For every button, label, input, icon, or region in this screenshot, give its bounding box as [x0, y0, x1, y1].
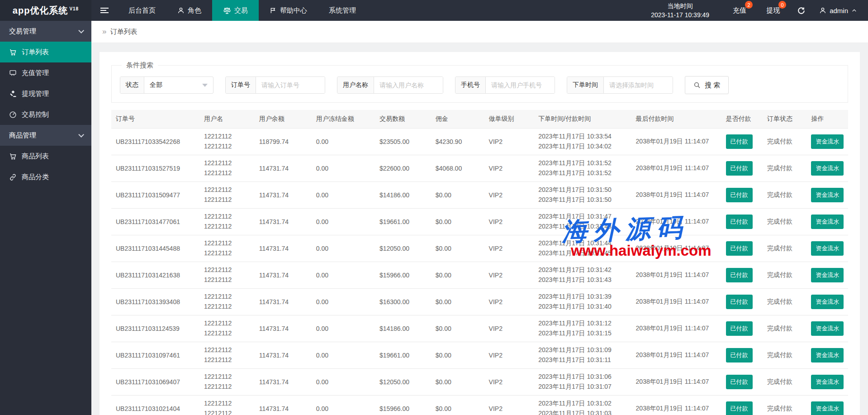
cell-level: VIP2 — [484, 235, 534, 262]
cell-level: VIP2 — [484, 289, 534, 315]
cell-level: VIP2 — [484, 369, 534, 396]
recharge-button[interactable]: 充值 2 — [723, 0, 756, 21]
withdraw-button[interactable]: 提现 0 — [756, 0, 790, 21]
col-username: 用户名 — [199, 110, 255, 129]
status-select[interactable]: 全部 — [144, 77, 213, 93]
fund-flow-button[interactable]: 资金流水 — [811, 188, 844, 202]
local-time-value: 2023-11-17 10:39:49 — [651, 10, 709, 19]
page-title: 订单列表 — [110, 28, 137, 36]
cell-status: 完成付款 — [763, 182, 806, 209]
cell-username: 12212112 12212112 — [199, 209, 255, 235]
cell-actions: 资金流水 — [806, 182, 848, 209]
paid-badge-button[interactable]: 已付款 — [726, 241, 753, 256]
header-right: 当地时间 2023-11-17 10:39:49 充值 2 提现 0 admin — [637, 0, 868, 21]
paid-badge-button[interactable]: 已付款 — [726, 375, 753, 389]
fund-flow-button[interactable]: 资金流水 — [811, 295, 844, 309]
paid-badge-button[interactable]: 已付款 — [726, 188, 753, 202]
gavel-icon — [9, 90, 17, 98]
col-frozen: 用户冻结金额 — [312, 110, 375, 129]
cell-order-time: 2023年11月17日 10:31:47 2023年11月17日 10:31:4… — [534, 209, 631, 235]
cell-order-no: UB2311171031527519 — [111, 155, 199, 182]
nav-help[interactable]: 帮助中心 — [259, 0, 318, 21]
nav-dashboard[interactable]: 后台首页 — [118, 0, 166, 21]
order-time-input[interactable] — [604, 77, 673, 93]
cell-level: VIP2 — [484, 396, 534, 415]
nav-roles[interactable]: 角色 — [166, 0, 212, 21]
cell-commission: $0.00 — [431, 262, 484, 289]
phone-input[interactable] — [486, 77, 555, 93]
table-row: UB2311171031069407 12212112 12212112 114… — [111, 369, 848, 396]
fund-flow-button[interactable]: 资金流水 — [811, 215, 844, 229]
cell-amount: $14186.00 — [375, 315, 431, 342]
col-last-pay-time: 最后付款时间 — [631, 110, 721, 129]
cell-order-no: UB2311171031097461 — [111, 342, 199, 369]
fund-flow-button[interactable]: 资金流水 — [811, 321, 844, 336]
cell-level: VIP2 — [484, 129, 534, 155]
username-input[interactable] — [374, 77, 443, 93]
sidebar-item-withdraw-mgmt[interactable]: 提现管理 — [0, 83, 91, 104]
cell-paid: 已付款 — [721, 396, 763, 415]
search-fieldset: 条件搜索 状态 全部 订单号 — [111, 61, 848, 103]
paid-badge-button[interactable]: 已付款 — [726, 268, 753, 282]
fund-flow-button[interactable]: 资金流水 — [811, 348, 844, 363]
paid-badge-button[interactable]: 已付款 — [726, 295, 753, 309]
table-row: UB2311171031124539 12212112 12212112 114… — [111, 315, 848, 342]
cell-paid: 已付款 — [721, 182, 763, 209]
cell-status: 完成付款 — [763, 289, 806, 315]
chevron-down-icon — [78, 28, 84, 33]
fund-flow-button[interactable]: 资金流水 — [811, 161, 844, 176]
sidebar-section-trade[interactable]: 交易管理 — [0, 21, 91, 42]
col-paid: 是否付款 — [721, 110, 763, 129]
cell-order-no: UB2311171031421638 — [111, 262, 199, 289]
cell-paid: 已付款 — [721, 129, 763, 155]
paid-badge-button[interactable]: 已付款 — [726, 321, 753, 336]
app-logo: app优化系统V18 — [0, 0, 91, 21]
table-row: UB2311171031421638 12212112 12212112 114… — [111, 262, 848, 289]
cell-order-no: UB2311171031445488 — [111, 235, 199, 262]
sidebar-section-product[interactable]: 商品管理 — [0, 125, 91, 146]
fund-flow-button[interactable]: 资金流水 — [811, 375, 844, 389]
cell-order-time: 2023年11月17日 10:31:52 2023年11月17日 10:31:5… — [534, 155, 631, 182]
search-button[interactable]: 搜 索 — [685, 76, 729, 94]
cell-order-no: UB2311171031509477 — [111, 182, 199, 209]
nav-system[interactable]: 系统管理 — [318, 0, 367, 21]
cell-balance: 114731.74 — [255, 396, 312, 415]
refresh-button[interactable] — [790, 0, 813, 21]
fund-flow-button[interactable]: 资金流水 — [811, 268, 844, 282]
paid-badge-button[interactable]: 已付款 — [726, 401, 753, 415]
sidebar-item-product-list[interactable]: 商品列表 — [0, 146, 91, 167]
paid-badge-button[interactable]: 已付款 — [726, 215, 753, 229]
col-status: 订单状态 — [763, 110, 806, 129]
cell-balance: 114731.74 — [255, 342, 312, 369]
paid-badge-button[interactable]: 已付款 — [726, 161, 753, 176]
fund-flow-button[interactable]: 资金流水 — [811, 134, 844, 149]
cell-order-time: 2023年11月17日 10:31:06 2023年11月17日 10:31:0… — [534, 369, 631, 396]
nav-trade[interactable]: 交易 — [212, 0, 259, 21]
fund-flow-button[interactable]: 资金流水 — [811, 401, 844, 415]
cell-frozen: 0.00 — [312, 235, 375, 262]
sidebar-item-trade-control[interactable]: 交易控制 — [0, 104, 91, 125]
cell-frozen: 0.00 — [312, 129, 375, 155]
table-row: UB2311171033542268 12212112 12212112 118… — [111, 129, 848, 155]
cell-level: VIP2 — [484, 155, 534, 182]
user-icon — [819, 7, 826, 14]
order-no-input[interactable] — [256, 77, 325, 93]
cell-last-pay-time: 2038年01月19日 11:14:07 — [631, 315, 721, 342]
fund-flow-button[interactable]: 资金流水 — [811, 241, 844, 256]
menu-toggle-button[interactable] — [91, 0, 118, 21]
cell-actions: 资金流水 — [806, 155, 848, 182]
cell-order-no: UB2311171031393408 — [111, 289, 199, 315]
sidebar-item-order-list[interactable]: 订单列表 — [0, 42, 91, 62]
col-amount: 交易数额 — [375, 110, 431, 129]
paid-badge-button[interactable]: 已付款 — [726, 134, 753, 149]
cell-actions: 资金流水 — [806, 396, 848, 415]
sidebar-item-product-category[interactable]: 商品分类 — [0, 167, 91, 187]
user-menu[interactable]: admin — [813, 0, 868, 21]
cell-last-pay-time: 2038年01月19日 11:14:07 — [631, 235, 721, 262]
paid-badge-button[interactable]: 已付款 — [726, 348, 753, 363]
cell-level: VIP2 — [484, 182, 534, 209]
link-icon — [9, 173, 17, 181]
col-order-time: 下单时间/付款时间 — [534, 110, 631, 129]
cell-order-no: UB2311171031477061 — [111, 209, 199, 235]
sidebar-item-recharge-mgmt[interactable]: 充值管理 — [0, 62, 91, 83]
